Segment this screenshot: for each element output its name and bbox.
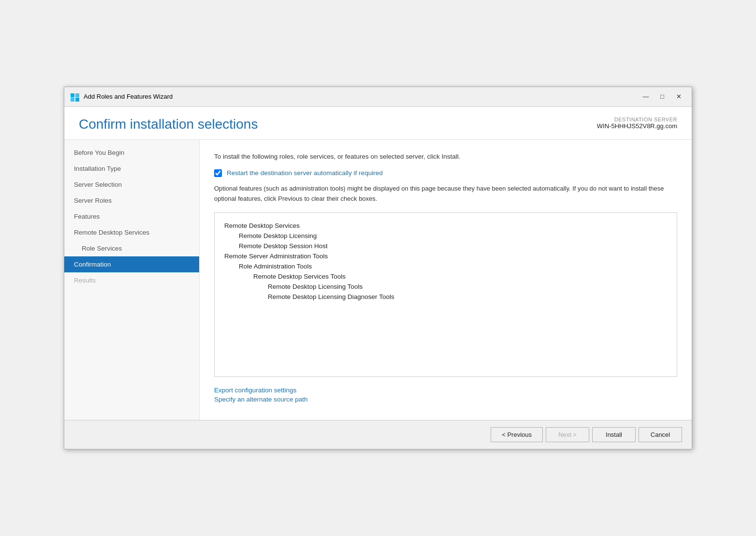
export-config-link[interactable]: Export configuration settings	[214, 387, 677, 394]
list-item: Remote Desktop Licensing Diagnoser Tools	[268, 292, 667, 302]
sidebar-item-confirmation[interactable]: Confirmation	[64, 256, 199, 272]
alternate-source-link[interactable]: Specify an alternate source path	[214, 396, 677, 403]
destination-server-info: DESTINATION SERVER WIN-5HHHJS52V8R.gg.co…	[597, 117, 677, 130]
sidebar-item-server-roles[interactable]: Server Roles	[64, 193, 199, 208]
restart-checkbox-row: Restart the destination server automatic…	[214, 169, 677, 177]
server-name: WIN-5HHHJS52V8R.gg.com	[597, 122, 677, 130]
footer: < Previous Next > Install Cancel	[64, 420, 692, 449]
next-button[interactable]: Next >	[546, 427, 589, 442]
previous-button[interactable]: < Previous	[491, 427, 543, 442]
list-item: Remote Server Administration Tools	[224, 251, 667, 261]
list-item: Remote Desktop Services	[224, 221, 667, 231]
main-content: To install the following roles, role ser…	[200, 140, 692, 420]
window-controls: — □ ✕	[639, 91, 686, 103]
svg-rect-1	[75, 93, 79, 97]
sidebar: Before You BeginInstallation TypeServer …	[64, 140, 200, 420]
sidebar-item-remote-desktop-services[interactable]: Remote Desktop Services	[64, 224, 199, 240]
window-title: Add Roles and Features Wizard	[84, 93, 173, 100]
header-area: Confirm installation selections DESTINAT…	[64, 107, 692, 140]
minimize-button[interactable]: —	[639, 91, 653, 103]
sidebar-item-server-selection[interactable]: Server Selection	[64, 177, 199, 193]
links-area: Export configuration settingsSpecify an …	[214, 387, 677, 403]
list-item: Remote Desktop Services Tools	[253, 271, 667, 282]
intro-text: To install the following roles, role ser…	[214, 152, 677, 162]
app-icon	[70, 92, 80, 102]
install-button[interactable]: Install	[592, 427, 636, 442]
restart-checkbox[interactable]	[214, 169, 222, 177]
title-bar-left: Add Roles and Features Wizard	[70, 92, 173, 102]
restart-checkbox-label[interactable]: Restart the destination server automatic…	[227, 169, 383, 177]
list-item: Remote Desktop Session Host	[239, 241, 667, 251]
list-item: Role Administration Tools	[239, 261, 667, 271]
sidebar-item-results: Results	[64, 272, 199, 288]
svg-rect-0	[71, 93, 74, 97]
svg-rect-2	[71, 98, 74, 102]
content-area: Before You BeginInstallation TypeServer …	[64, 140, 692, 420]
sidebar-item-features[interactable]: Features	[64, 208, 199, 224]
list-item: Remote Desktop Licensing Tools	[268, 282, 667, 292]
install-list: Remote Desktop ServicesRemote Desktop Li…	[214, 212, 677, 377]
page-title: Confirm installation selections	[79, 117, 258, 132]
destination-label: DESTINATION SERVER	[597, 117, 677, 122]
sidebar-item-installation-type[interactable]: Installation Type	[64, 161, 199, 177]
list-item: Remote Desktop Licensing	[239, 231, 667, 241]
sidebar-item-role-services[interactable]: Role Services	[64, 240, 199, 256]
sidebar-item-before-you-begin[interactable]: Before You Begin	[64, 145, 199, 161]
main-window: Add Roles and Features Wizard — □ ✕ Conf…	[64, 87, 692, 450]
close-button[interactable]: ✕	[671, 91, 686, 103]
svg-rect-3	[75, 98, 79, 102]
title-bar: Add Roles and Features Wizard — □ ✕	[64, 87, 692, 107]
maximize-button[interactable]: □	[655, 91, 669, 103]
cancel-button[interactable]: Cancel	[639, 427, 682, 442]
optional-text: Optional features (such as administratio…	[214, 184, 677, 204]
